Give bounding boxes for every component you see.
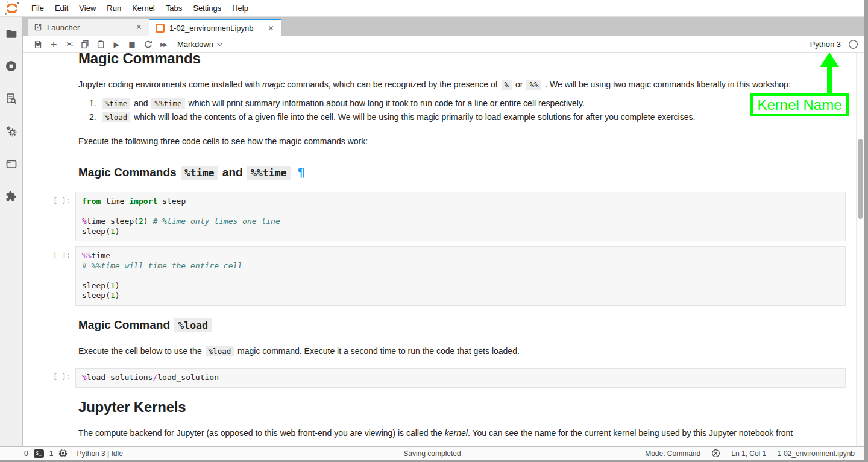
menu-kernel[interactable]: Kernel	[127, 4, 160, 13]
annotation-label: Kernel Name	[757, 97, 841, 113]
annotation-kernel-name: Kernel Name	[750, 93, 849, 116]
jupyter-logo-icon	[3, 1, 21, 16]
settings-icon[interactable]	[5, 125, 17, 138]
menu-view[interactable]: View	[74, 4, 101, 13]
menu-tabs[interactable]: Tabs	[160, 4, 187, 13]
scrollbar-track[interactable]	[856, 53, 864, 446]
list-item: 1.%time and %%time which will print summ…	[89, 97, 695, 110]
tab-launcher-close-icon[interactable]: ×	[135, 23, 143, 31]
heading-load-magic: Magic Command %load	[78, 317, 213, 334]
running-kernels-icon[interactable]	[5, 60, 17, 72]
chevron-down-icon	[217, 40, 223, 46]
window-bottom-edge	[0, 460, 868, 462]
file-browser-icon[interactable]	[5, 27, 17, 40]
list-item: 2.%load which will load the contents of …	[89, 110, 695, 124]
heading-anchor-pilcrow[interactable]: ¶	[298, 165, 305, 179]
paragraph-execute-cells: Execute the following three code cells t…	[78, 135, 368, 147]
restart-icon	[143, 40, 153, 49]
status-bar: 0 $_ 1 Python 3 | Idle Saving completed …	[0, 446, 864, 460]
paragraph-kernel-info: The compute backend for Jupyter (as oppo…	[78, 427, 793, 439]
copy-cell-button[interactable]	[77, 37, 93, 52]
menu-file[interactable]: File	[26, 4, 49, 13]
extensions-icon[interactable]	[5, 190, 17, 203]
code-editor[interactable]: %load solutions/load_solution	[75, 368, 846, 388]
tab-launcher[interactable]: Launcher ×	[28, 19, 149, 36]
paste-cell-button[interactable]	[93, 37, 108, 52]
paragraph-load-info: Execute the cell below to use the %load …	[78, 345, 520, 358]
kernel-name[interactable]: Python 3	[810, 40, 841, 49]
code-cell-time: [ ]: from time import sleep %time sleep(…	[53, 192, 846, 241]
tab-launcher-label: Launcher	[47, 23, 135, 32]
heading-jupyter-kernels: Jupyter Kernels	[78, 398, 186, 416]
code-editor[interactable]: %%time # %%time will time the entire cel…	[75, 246, 846, 306]
left-sidebar	[0, 17, 23, 446]
open-tabs-icon[interactable]	[5, 157, 17, 170]
inspector-icon[interactable]	[5, 92, 17, 105]
dock-tab-bar: Launcher × 1-02_environment.ipynb ×	[23, 17, 864, 36]
notebook-left-border	[27, 53, 27, 446]
code-cell-cell-time: [ ]: %%time # %%time will time the entir…	[53, 246, 846, 306]
notebook-file-icon	[156, 24, 165, 33]
run-cell-button[interactable]: ▶	[108, 37, 124, 52]
copy-icon	[81, 40, 90, 49]
cell-type-dropdown[interactable]: Markdown	[177, 40, 222, 49]
notebook-toolbar: + ✂ ▶ ■ ▶▶ Markdown Python 3	[23, 36, 864, 53]
window-right-edge	[864, 0, 868, 462]
save-icon	[34, 40, 43, 49]
menu-help[interactable]: Help	[227, 4, 254, 13]
menu-settings[interactable]: Settings	[187, 4, 227, 13]
tab-notebook[interactable]: 1-02_environment.ipynb ×	[149, 19, 281, 36]
code-editor[interactable]: from time import sleep %time sleep(2) # …	[75, 192, 846, 241]
launcher-icon	[34, 23, 42, 31]
tab-notebook-label: 1-02_environment.ipynb	[169, 24, 267, 33]
annotation-arrow-stem	[827, 65, 832, 95]
main-menu: File Edit View Run Kernel Tabs Settings …	[26, 4, 254, 13]
paste-icon	[96, 40, 105, 49]
cell-prompt: [ ]:	[53, 246, 75, 306]
restart-kernel-button[interactable]	[140, 37, 156, 52]
cell-prompt: [ ]:	[53, 192, 75, 241]
heading-time-magics: Magic Commands %time and %%time¶	[78, 164, 305, 181]
cell-type-value: Markdown	[177, 40, 213, 49]
notebook-panel: Magic Commands Jupyter coding environmen…	[23, 53, 864, 446]
cut-cell-button[interactable]: ✂	[61, 37, 77, 52]
kernel-status-icon[interactable]	[848, 39, 858, 49]
tab-notebook-close-icon[interactable]: ×	[267, 24, 275, 33]
add-cell-button[interactable]: +	[46, 37, 61, 52]
heading-magic-commands: Magic Commands	[78, 53, 201, 68]
scrollbar-thumb[interactable]	[858, 139, 863, 219]
menu-edit[interactable]: Edit	[49, 4, 74, 13]
save-button[interactable]	[30, 37, 46, 52]
cell-prompt: [ ]:	[53, 368, 75, 388]
code-cell-load: [ ]: %load solutions/load_solution	[53, 368, 846, 388]
paragraph-magic-intro: Jupyter coding environments come install…	[78, 78, 791, 91]
status-message: Saving completed	[0, 449, 864, 458]
restart-run-all-button[interactable]: ▶▶	[156, 37, 171, 52]
stop-kernel-button[interactable]: ■	[124, 37, 140, 52]
menu-bar: File Edit View Run Kernel Tabs Settings …	[0, 0, 864, 17]
menu-run[interactable]: Run	[101, 4, 127, 13]
magic-list: 1.%time and %%time which will print summ…	[89, 97, 695, 124]
